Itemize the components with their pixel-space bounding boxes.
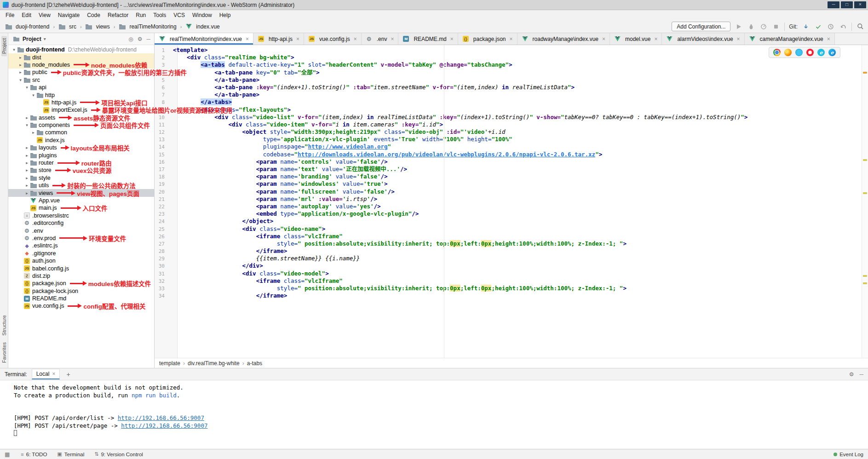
- scrollbar-warning-mark[interactable]: [863, 159, 867, 161]
- editor-tab-package.json[interactable]: {}package.json×: [458, 33, 517, 45]
- menu-vcs[interactable]: VCS: [170, 11, 189, 19]
- editor-breadcrumb-template[interactable]: template: [159, 360, 180, 367]
- code-line-18[interactable]: 18 <param name='branding' value='false'/…: [155, 173, 862, 180]
- terminal-hide-icon[interactable]: ─: [859, 371, 863, 378]
- tree-expand-arrow-icon[interactable]: ▸: [30, 130, 36, 135]
- menu-code[interactable]: Code: [83, 11, 104, 19]
- tool-stripe-project[interactable]: Project: [1, 36, 7, 56]
- status-item-6-todo[interactable]: ≡6: TODO: [21, 451, 47, 457]
- menu-edit[interactable]: Edit: [18, 11, 35, 19]
- code-editor[interactable]: 1<template>2 <div class="realTime bg-whi…: [155, 45, 868, 358]
- chevron-down-icon[interactable]: ▾: [44, 36, 46, 41]
- editor-tab-model.vue[interactable]: model.vue×: [610, 33, 662, 45]
- code-line-16[interactable]: 16 <param name='controls' value='false'/…: [155, 158, 862, 166]
- edge-browser-icon[interactable]: e: [828, 49, 836, 56]
- code-line-34[interactable]: 34 </iframe>: [155, 292, 862, 299]
- tab-close-icon[interactable]: ×: [52, 371, 55, 377]
- tree-item-.gitignore[interactable]: ◆.gitignore: [8, 250, 154, 257]
- tab-close-icon[interactable]: ×: [654, 36, 657, 42]
- breadcrumb-realTimeMonitoring[interactable]: realTimeMonitoring: [117, 23, 178, 30]
- menu-file[interactable]: File: [2, 11, 18, 19]
- code-hyperlink[interactable]: http://downloads.videolan.org/pub/videol…: [298, 151, 595, 158]
- tree-expand-arrow-icon[interactable]: ▸: [24, 145, 30, 150]
- code-line-19[interactable]: 19 <param name='windowless' value='true'…: [155, 180, 862, 188]
- tree-collapse-arrow-icon[interactable]: ▾: [24, 85, 30, 90]
- tree-item-views[interactable]: ▸viewsview视图、pages页面: [8, 189, 154, 196]
- editor-tab-cameraManage-index.vue[interactable]: cameraManage\index.vue×: [745, 33, 835, 45]
- code-line-8[interactable]: 8 </a-tabs>: [155, 98, 862, 106]
- code-line-14[interactable]: 14 pluginspage="http://www.videolan.org": [155, 143, 862, 150]
- code-line-1[interactable]: 1<template>: [155, 46, 862, 54]
- code-line-11[interactable]: 11 <div class="video-item" v-for="i in i…: [155, 121, 862, 128]
- editor-tab-README.md[interactable]: MREADME.md×: [398, 33, 458, 45]
- code-line-3[interactable]: 3 <a-tabs default-active-key="1" slot="h…: [155, 61, 862, 69]
- menu-run[interactable]: Run: [132, 11, 149, 19]
- opera-browser-icon[interactable]: [806, 49, 814, 56]
- locate-file-icon[interactable]: ◎: [128, 36, 133, 42]
- tree-expand-arrow-icon[interactable]: ▸: [17, 63, 23, 67]
- firefox-browser-icon[interactable]: [784, 49, 792, 56]
- history-clock-icon[interactable]: [827, 23, 835, 31]
- code-line-21[interactable]: 21 <param name='mrl' :value='i.rtsp'/>: [155, 195, 862, 203]
- tree-collapse-arrow-icon[interactable]: ▾: [17, 78, 23, 82]
- tree-item-public[interactable]: ▸publicpublic资源文件夹，一般放引用的第三方插件: [8, 69, 154, 76]
- add-configuration-button[interactable]: Add Configuration...: [672, 22, 730, 31]
- breadcrumb-src[interactable]: src: [57, 23, 78, 30]
- terminal-link[interactable]: http://192.168.66.56:9007: [121, 422, 207, 429]
- close-button[interactable]: ×: [854, 1, 866, 8]
- tab-close-icon[interactable]: ×: [827, 36, 830, 42]
- breadcrumb-views[interactable]: views: [84, 23, 111, 30]
- editor-tab-realTimeMonitoring-index.vue[interactable]: realTimeMonitoring\index.vue×: [155, 33, 253, 45]
- tab-close-icon[interactable]: ×: [450, 36, 454, 42]
- menu-window[interactable]: Window: [189, 11, 216, 19]
- terminal-tab-local[interactable]: Local ×: [32, 369, 60, 379]
- safari-browser-icon[interactable]: [795, 49, 803, 56]
- tree-collapse-arrow-icon[interactable]: ▾: [24, 123, 30, 127]
- code-line-22[interactable]: 22 <param name='autoplay' value='yes'/>: [155, 203, 862, 210]
- hide-panel-icon[interactable]: ─: [146, 36, 150, 42]
- code-line-10[interactable]: 10 <div class="video-list" v-for="(item,…: [155, 114, 862, 121]
- tree-collapse-arrow-icon[interactable]: ▾: [11, 47, 17, 52]
- code-line-4[interactable]: 4 <a-tab-pane key="0" tab="全部">: [155, 69, 862, 76]
- code-line-33[interactable]: 33 style=" position:absolute;visibility:…: [155, 285, 862, 292]
- tab-close-icon[interactable]: ×: [354, 36, 357, 42]
- code-area[interactable]: 1<template>2 <div class="realTime bg-whi…: [155, 46, 862, 299]
- editor-tab-.env[interactable]: ⚙.env×: [362, 33, 399, 45]
- menu-tools[interactable]: Tools: [149, 11, 170, 19]
- scrollbar-warning-mark[interactable]: [863, 282, 867, 284]
- code-line-29[interactable]: 29 {{item.streetName}} {{i.name}}: [155, 255, 862, 262]
- editor-breadcrumb-div.realTime.bg-white[interactable]: div.realTime.bg-white: [188, 360, 240, 367]
- menu-refactor[interactable]: Refactor: [104, 11, 132, 19]
- scrollbar-warning-mark[interactable]: [863, 72, 867, 74]
- tree-item-store[interactable]: ▸storevuex公共资源: [8, 166, 154, 174]
- tree-expand-arrow-icon[interactable]: ▸: [24, 183, 30, 188]
- tree-item-vue.config.js[interactable]: JSvue.config.jsconfig配置、代理相关: [8, 302, 154, 310]
- tree-expand-arrow-icon[interactable]: ▸: [24, 176, 30, 180]
- tree-expand-arrow-icon[interactable]: ▸: [24, 161, 30, 165]
- tree-item-.env.prod[interactable]: ⚙.env.prod环境变量文件: [8, 235, 154, 242]
- tree-item-.browserslistrc[interactable]: ≡.browserslistrc: [8, 212, 154, 219]
- breadcrumb-index.vue[interactable]: index.vue: [184, 23, 221, 30]
- tree-item-duoji-frontend[interactable]: ▾duoji-frontendD:\zheheWeb\duoji-fronten…: [8, 46, 154, 53]
- tree-item-src[interactable]: ▾src: [8, 76, 154, 84]
- code-line-13[interactable]: 13 type='application/x-vlc-plugin' event…: [155, 136, 862, 143]
- tree-expand-arrow-icon[interactable]: ▸: [24, 168, 30, 172]
- code-line-23[interactable]: 23 <embed type="application/x-google-vlc…: [155, 210, 862, 218]
- tab-close-icon[interactable]: ×: [510, 36, 513, 42]
- maximize-button[interactable]: □: [841, 1, 853, 8]
- code-line-27[interactable]: 27 style=" position:absolute;visibility:…: [155, 240, 862, 247]
- code-line-17[interactable]: 17 <param name='text' value='正在加载视频中...'…: [155, 166, 862, 173]
- tab-close-icon[interactable]: ×: [296, 36, 299, 42]
- error-stripe-scrollbar[interactable]: [862, 45, 868, 358]
- terminal-link[interactable]: http://192.168.66.56:9007: [118, 414, 204, 421]
- tab-close-icon[interactable]: ×: [737, 36, 740, 42]
- menu-view[interactable]: View: [35, 11, 54, 19]
- menu-help[interactable]: Help: [216, 11, 235, 19]
- tree-expand-arrow-icon[interactable]: ▸: [24, 115, 30, 120]
- tree-item-main.js[interactable]: JSmain.js入口文件: [8, 204, 154, 212]
- breadcrumb-duoji-frontend[interactable]: duoji-frontend: [4, 23, 51, 30]
- code-line-25[interactable]: 25 <div class="video-name">: [155, 225, 862, 233]
- tree-expand-arrow-icon[interactable]: ▸: [24, 191, 30, 195]
- terminal-settings-gear-icon[interactable]: ⚙: [849, 371, 854, 378]
- run-icon[interactable]: [735, 23, 743, 31]
